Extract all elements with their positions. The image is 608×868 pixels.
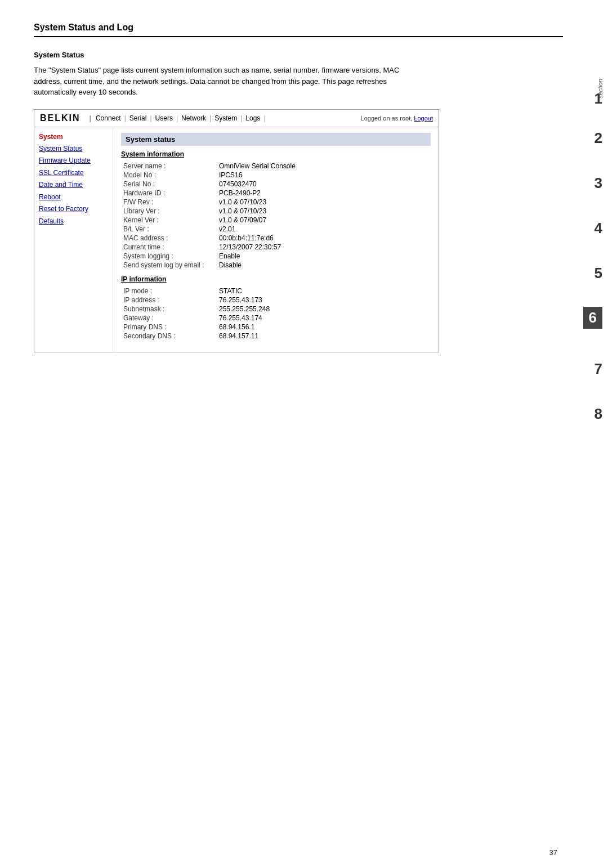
table-row: Primary DNS :68.94.156.1 [121, 323, 431, 332]
field-label: Serial No : [121, 180, 217, 189]
table-row: Secondary DNS :68.94.157.11 [121, 332, 431, 341]
sidebar-reset-factory[interactable]: Reset to Factory Defaults [39, 203, 108, 227]
table-row: Send system log by email :Disable [121, 261, 431, 270]
field-value: 76.255.43.173 [217, 296, 431, 305]
field-label: System logging : [121, 252, 217, 261]
nav-divider: | [90, 114, 91, 122]
table-row: Current time :12/13/2007 22:30:57 [121, 243, 431, 252]
table-row: Gateway :76.255.43.174 [121, 314, 431, 323]
field-value: Disable [217, 261, 431, 270]
sidebar-ssl-certificate[interactable]: SSL Certificate [39, 167, 108, 180]
section-num-7: 7 [594, 360, 602, 378]
nav-logs[interactable]: Logs [242, 114, 263, 122]
field-label: MAC address : [121, 234, 217, 243]
field-value: v1.0 & 07/09/07 [217, 216, 431, 225]
table-row: System logging :Enable [121, 252, 431, 261]
sidebar-section-title: System [39, 133, 108, 141]
table-row: Server name :OmniView Serial Console [121, 162, 431, 171]
field-value: 255.255.255.248 [217, 305, 431, 314]
sidebar-reboot[interactable]: Reboot [39, 191, 108, 204]
field-label: Current time : [121, 243, 217, 252]
nav-network[interactable]: Network [178, 114, 209, 122]
field-label: Library Ver : [121, 207, 217, 216]
field-value: IPCS16 [217, 171, 431, 180]
main-panel: System status System information Server … [113, 127, 439, 352]
field-value: STATIC [217, 287, 431, 296]
section-num-6: 6 [583, 307, 602, 329]
field-value: 12/13/2007 22:30:57 [217, 243, 431, 252]
section-numbers: section 1 2 3 4 5 6 7 8 [574, 0, 608, 868]
field-label: Primary DNS : [121, 323, 217, 332]
field-value: OmniView Serial Console [217, 162, 431, 171]
device-frame: BELKIN | Connect | Serial | Users | Netw… [34, 109, 439, 352]
section-num-1: 1 [594, 90, 602, 108]
section-num-4: 4 [594, 220, 602, 237]
nav-bar: BELKIN | Connect | Serial | Users | Netw… [34, 110, 439, 127]
nav-system[interactable]: System [211, 114, 240, 122]
nav-serial[interactable]: Serial [126, 114, 150, 122]
nav-connect[interactable]: Connect [92, 114, 124, 122]
sidebar-system-status[interactable]: System Status [39, 143, 108, 155]
field-label: Secondary DNS : [121, 332, 217, 341]
logged-on-text: Logged on as root, Logout [361, 115, 433, 122]
field-value: v2.01 [217, 225, 431, 234]
field-label: Send system log by email : [121, 261, 217, 270]
table-row: B/L Ver :v2.01 [121, 225, 431, 234]
field-value: 0745032470 [217, 180, 431, 189]
ip-info-table: IP mode :STATICIP address :76.255.43.173… [121, 287, 431, 341]
field-label: IP mode : [121, 287, 217, 296]
table-row: Hardware ID :PCB-2490-P2 [121, 189, 431, 198]
sidebar-firmware-update[interactable]: Firmware Update [39, 155, 108, 167]
logout-link[interactable]: Logout [414, 115, 433, 122]
field-label: Server name : [121, 162, 217, 171]
section-num-2: 2 [594, 129, 602, 147]
page-number: 37 [549, 848, 557, 857]
table-row: Subnetmask :255.255.255.248 [121, 305, 431, 314]
field-value: PCB-2490-P2 [217, 189, 431, 198]
system-info-table: Server name :OmniView Serial ConsoleMode… [121, 162, 431, 270]
section-num-3: 3 [594, 175, 602, 192]
system-info-heading: System information [121, 150, 431, 158]
field-label: F/W Rev : [121, 198, 217, 207]
table-row: Model No :IPCS16 [121, 171, 431, 180]
field-value: v1.0 & 07/10/23 [217, 207, 431, 216]
field-label: Kernel Ver : [121, 216, 217, 225]
field-label: B/L Ver : [121, 225, 217, 234]
field-label: Hardware ID : [121, 189, 217, 198]
table-row: IP address :76.255.43.173 [121, 296, 431, 305]
field-value: 00:0b:b4:11:7e:d6 [217, 234, 431, 243]
panel-title: System status [121, 133, 431, 146]
field-value: v1.0 & 07/10/23 [217, 198, 431, 207]
field-value: 68.94.156.1 [217, 323, 431, 332]
description-text: The "System Status" page lists current s… [34, 65, 417, 98]
sidebar: System System Status Firmware Update SSL… [34, 127, 113, 352]
content-area: System System Status Firmware Update SSL… [34, 127, 439, 352]
sidebar-date-time[interactable]: Date and Time [39, 179, 108, 191]
nav-users[interactable]: Users [152, 114, 176, 122]
belkin-logo: BELKIN [40, 113, 81, 123]
field-value: Enable [217, 252, 431, 261]
page-title: System Status and Log [34, 23, 563, 33]
field-label: Gateway : [121, 314, 217, 323]
field-value: 68.94.157.11 [217, 332, 431, 341]
table-row: Serial No :0745032470 [121, 180, 431, 189]
nav-links: Connect | Serial | Users | Network | Sys… [92, 114, 361, 122]
field-label: Model No : [121, 171, 217, 180]
section-num-8: 8 [594, 405, 602, 423]
ip-info-heading: IP information [121, 275, 431, 283]
table-row: MAC address :00:0b:b4:11:7e:d6 [121, 234, 431, 243]
table-row: IP mode :STATIC [121, 287, 431, 296]
table-row: F/W Rev :v1.0 & 07/10/23 [121, 198, 431, 207]
section-num-5: 5 [594, 265, 602, 282]
field-value: 76.255.43.174 [217, 314, 431, 323]
field-label: Subnetmask : [121, 305, 217, 314]
table-row: Library Ver :v1.0 & 07/10/23 [121, 207, 431, 216]
field-label: IP address : [121, 296, 217, 305]
section-heading: System Status [34, 51, 563, 59]
table-row: Kernel Ver :v1.0 & 07/09/07 [121, 216, 431, 225]
